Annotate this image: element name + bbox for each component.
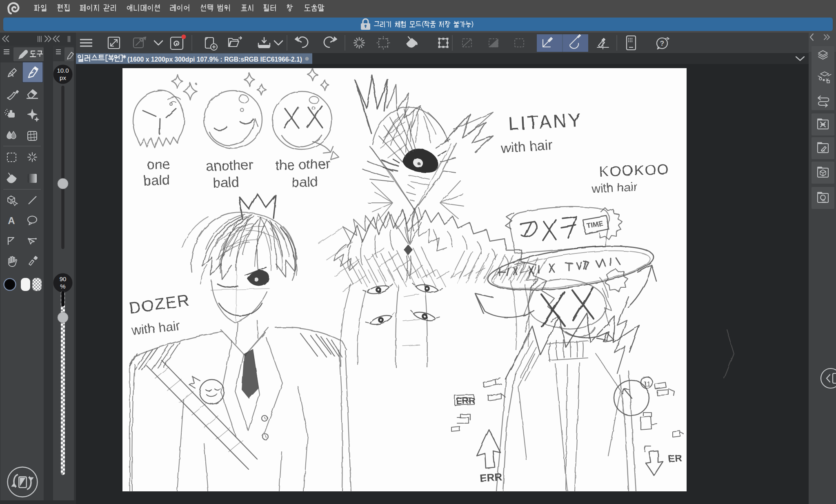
svg-text:90: 90 <box>60 275 67 282</box>
svg-text:ERR: ERR <box>479 471 502 484</box>
svg-text:bald: bald <box>143 172 170 189</box>
svg-text:px: px <box>60 74 66 81</box>
svg-text:11: 11 <box>643 380 650 387</box>
svg-text:(1600 x 1200px 300dpi 107.9% :: (1600 x 1200px 300dpi 107.9% : RGB:sRGB … <box>127 56 302 63</box>
svg-text:LITANY: LITANY <box>508 109 583 134</box>
svg-text:KOOKOO: KOOKOO <box>599 161 669 180</box>
svg-text:10.0: 10.0 <box>57 67 69 74</box>
svg-text:bald: bald <box>291 174 318 190</box>
svg-text:%: % <box>60 283 65 290</box>
svg-text:ER: ER <box>668 452 683 464</box>
svg-text:ERR: ERR <box>456 395 476 406</box>
svg-text:one: one <box>147 156 170 172</box>
svg-text:another: another <box>206 157 253 174</box>
svg-text:with hair: with hair <box>591 180 638 195</box>
svg-text:the other: the other <box>275 155 330 173</box>
svg-text:?: ? <box>660 40 664 47</box>
svg-text:A: A <box>8 215 15 226</box>
svg-text:bald: bald <box>213 174 240 191</box>
